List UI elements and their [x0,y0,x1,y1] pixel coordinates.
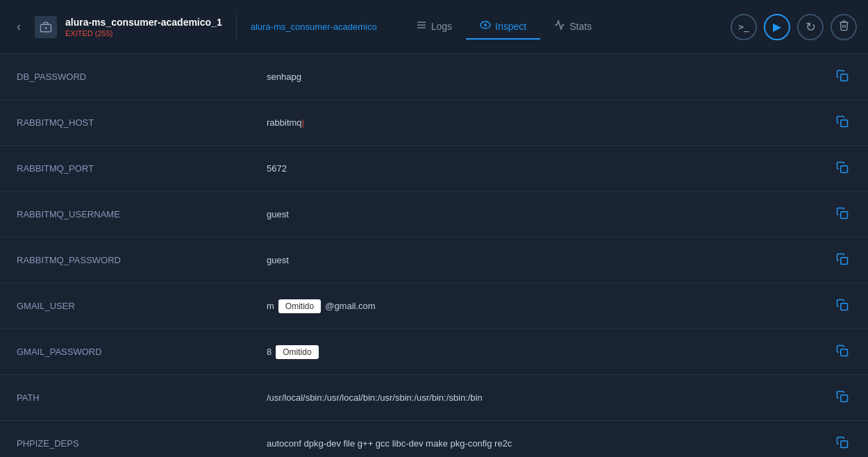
table-row: PHPIZE_DEPS autoconf dpkg-dev file g++ g… [0,421,868,457]
container-status: EXITED (255) [65,29,222,38]
copy-button[interactable] [833,158,851,179]
delete-button[interactable] [831,14,857,40]
stats-icon [554,19,565,33]
env-key: DB_PASSWORD [17,72,267,82]
env-key: GMAIL_USER [17,301,267,311]
env-value-text: autoconf dpkg-dev file g++ gcc libc-dev … [267,438,512,449]
topbar: ‹ alura-ms_consumer-academico_1 EXITED (… [0,0,868,54]
env-value-text: guest [267,255,289,265]
svg-point-6 [485,24,487,26]
copy-button[interactable] [833,113,851,133]
env-key: RABBITMQ_PORT [17,163,267,174]
copy-button[interactable] [833,250,851,271]
omitido-badge: Omitido [278,299,321,313]
env-value-text: /usr/local/sbin:/usr/local/bin:/usr/sbin… [267,392,483,403]
svg-rect-15 [841,440,848,447]
env-key: PHPIZE_DEPS [17,438,267,449]
table-row: RABBITMQ_HOST rabbitmq| [0,100,868,146]
env-value: autoconf dpkg-dev file g++ gcc libc-dev … [267,438,833,449]
tab-stats[interactable]: Stats [540,14,606,40]
env-key: RABBITMQ_HOST [17,117,267,128]
env-value-text: senhapg [267,72,301,82]
nav-tabs: Logs Inspect Stats [402,14,606,40]
copy-button[interactable] [833,67,851,88]
terminal-icon: >_ [738,22,749,32]
stats-tab-label: Stats [569,21,592,32]
env-value-text: rabbitmq| [267,117,304,128]
env-value: /usr/local/sbin:/usr/local/bin:/usr/sbin… [267,392,833,403]
copy-button[interactable] [833,296,851,317]
env-value: 5672 [267,163,833,174]
env-value-prefix: 8 [267,347,272,357]
env-key: RABBITMQ_PASSWORD [17,255,267,265]
env-value: guest [267,255,833,265]
service-link[interactable]: alura-ms_consumer-academico [251,22,377,32]
container-name: alura-ms_consumer-academico_1 [65,17,222,28]
env-value-text: guest [267,209,289,219]
table-row: RABBITMQ_USERNAME guest [0,192,868,238]
start-button[interactable]: ▶ [764,14,790,40]
back-button[interactable]: ‹ [11,17,26,37]
delete-icon [838,19,850,34]
inspect-icon [480,19,491,33]
container-info: alura-ms_consumer-academico_1 EXITED (25… [65,17,222,38]
svg-rect-7 [841,74,848,81]
svg-rect-8 [841,119,848,126]
logs-tab-label: Logs [431,21,452,32]
restart-button[interactable]: ↻ [797,14,824,40]
svg-rect-10 [841,211,848,218]
table-row: GMAIL_PASSWORD 8 Omitido [0,329,868,375]
table-row: RABBITMQ_PORT 5672 [0,146,868,192]
env-vars-table: DB_PASSWORD senhapg RABBITMQ_HOST rabbit… [0,54,868,457]
env-key: PATH [17,392,267,403]
table-row: GMAIL_USER m Omitido @gmail.com [0,283,868,329]
env-value: rabbitmq| [267,117,833,128]
svg-rect-14 [841,394,848,401]
table-row: PATH /usr/local/sbin:/usr/local/bin:/usr… [0,375,868,421]
env-value-prefix: m [267,301,274,311]
restart-icon: ↻ [806,19,816,35]
env-value: senhapg [267,72,833,82]
inspect-tab-label: Inspect [495,21,526,32]
copy-button[interactable] [833,388,851,408]
env-value: m Omitido @gmail.com [267,299,833,313]
env-value: 8 Omitido [267,345,833,359]
env-value: guest [267,209,833,219]
copy-button[interactable] [833,204,851,225]
play-icon: ▶ [773,20,781,33]
svg-rect-11 [841,257,848,264]
vertical-divider [236,13,237,41]
env-value-text: 5672 [267,163,287,174]
copy-button[interactable] [833,433,851,454]
table-row: RABBITMQ_PASSWORD guest [0,238,868,283]
table-row: DB_PASSWORD senhapg [0,54,868,100]
logs-icon [416,19,427,33]
action-buttons: >_ ▶ ↻ [731,14,857,40]
omitido-badge: Omitido [276,345,318,359]
terminal-button[interactable]: >_ [731,14,757,40]
content-area: DB_PASSWORD senhapg RABBITMQ_HOST rabbit… [0,54,868,457]
svg-rect-9 [841,165,848,172]
svg-rect-12 [841,303,848,310]
tab-logs[interactable]: Logs [402,14,466,40]
container-icon [35,16,57,38]
env-key: RABBITMQ_USERNAME [17,209,267,219]
env-key: GMAIL_PASSWORD [17,347,267,357]
env-value-suffix: @gmail.com [325,301,375,311]
tab-inspect[interactable]: Inspect [466,14,540,40]
svg-rect-13 [841,349,848,356]
copy-button[interactable] [833,342,851,363]
